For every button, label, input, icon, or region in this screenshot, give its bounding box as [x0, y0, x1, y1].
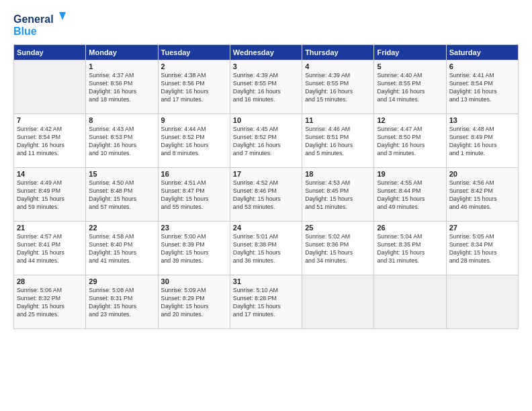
calendar-week-row: 1Sunrise: 4:37 AM Sunset: 8:56 PM Daylig… [14, 60, 519, 114]
day-info: Sunrise: 4:57 AM Sunset: 8:41 PM Dayligh… [17, 233, 83, 265]
day-number: 2 [161, 62, 227, 71]
day-info: Sunrise: 4:37 AM Sunset: 8:56 PM Dayligh… [89, 72, 154, 104]
day-number: 27 [449, 224, 515, 232]
day-info: Sunrise: 5:04 AM Sunset: 8:35 PM Dayligh… [377, 233, 443, 265]
svg-marker-2 [59, 12, 66, 20]
calendar-cell: 5Sunrise: 4:40 AM Sunset: 8:55 PM Daylig… [374, 60, 446, 114]
calendar-cell: 4Sunrise: 4:39 AM Sunset: 8:55 PM Daylig… [302, 60, 374, 114]
calendar-cell: 22Sunrise: 4:58 AM Sunset: 8:40 PM Dayli… [86, 222, 158, 275]
calendar-cell: 10Sunrise: 4:45 AM Sunset: 8:52 PM Dayli… [230, 114, 302, 168]
day-number: 13 [449, 116, 515, 124]
day-info: Sunrise: 4:39 AM Sunset: 8:55 PM Dayligh… [233, 72, 299, 104]
calendar-cell: 19Sunrise: 4:55 AM Sunset: 8:44 PM Dayli… [374, 168, 446, 222]
calendar-cell: 29Sunrise: 5:08 AM Sunset: 8:31 PM Dayli… [86, 275, 158, 329]
day-info: Sunrise: 5:09 AM Sunset: 8:29 PM Dayligh… [161, 287, 227, 319]
calendar-cell: 17Sunrise: 4:52 AM Sunset: 8:46 PM Dayli… [230, 168, 302, 222]
day-number: 7 [17, 116, 83, 124]
day-number: 1 [89, 62, 154, 71]
calendar-cell: 13Sunrise: 4:48 AM Sunset: 8:49 PM Dayli… [446, 114, 518, 168]
day-number: 4 [305, 62, 371, 71]
weekday-header: Friday [374, 45, 446, 60]
calendar-cell: 15Sunrise: 4:50 AM Sunset: 8:48 PM Dayli… [86, 168, 158, 222]
calendar-cell: 11Sunrise: 4:46 AM Sunset: 8:51 PM Dayli… [302, 114, 374, 168]
weekday-header: Thursday [302, 45, 374, 60]
day-number: 24 [233, 224, 299, 232]
weekday-header: Tuesday [158, 45, 230, 60]
day-info: Sunrise: 4:56 AM Sunset: 8:42 PM Dayligh… [449, 179, 515, 212]
day-info: Sunrise: 5:00 AM Sunset: 8:39 PM Dayligh… [161, 233, 227, 265]
day-info: Sunrise: 5:02 AM Sunset: 8:36 PM Dayligh… [305, 233, 371, 265]
calendar-week-row: 14Sunrise: 4:49 AM Sunset: 8:49 PM Dayli… [14, 168, 519, 222]
weekday-header-row: SundayMondayTuesdayWednesdayThursdayFrid… [14, 45, 519, 60]
svg-text:Blue: Blue [13, 26, 37, 37]
calendar-cell: 16Sunrise: 4:51 AM Sunset: 8:47 PM Dayli… [158, 168, 230, 222]
calendar-cell: 24Sunrise: 5:01 AM Sunset: 8:38 PM Dayli… [230, 222, 302, 275]
logo: GeneralBlue [13, 11, 67, 38]
logo-icon: GeneralBlue [13, 11, 67, 38]
calendar-week-row: 28Sunrise: 5:06 AM Sunset: 8:32 PM Dayli… [14, 275, 519, 329]
calendar-cell: 31Sunrise: 5:10 AM Sunset: 8:28 PM Dayli… [230, 275, 302, 329]
day-info: Sunrise: 5:01 AM Sunset: 8:38 PM Dayligh… [233, 233, 299, 265]
calendar-cell: 6Sunrise: 4:41 AM Sunset: 8:54 PM Daylig… [446, 60, 518, 114]
weekday-header: Monday [86, 45, 158, 60]
day-number: 5 [377, 62, 443, 71]
day-number: 31 [233, 277, 299, 285]
calendar-cell: 2Sunrise: 4:38 AM Sunset: 8:56 PM Daylig… [158, 60, 230, 114]
day-info: Sunrise: 4:58 AM Sunset: 8:40 PM Dayligh… [89, 233, 154, 265]
day-info: Sunrise: 4:44 AM Sunset: 8:52 PM Dayligh… [161, 126, 227, 158]
day-info: Sunrise: 4:38 AM Sunset: 8:56 PM Dayligh… [161, 72, 227, 104]
calendar-cell: 1Sunrise: 4:37 AM Sunset: 8:56 PM Daylig… [86, 60, 158, 114]
day-info: Sunrise: 4:55 AM Sunset: 8:44 PM Dayligh… [377, 179, 443, 212]
day-info: Sunrise: 4:43 AM Sunset: 8:53 PM Dayligh… [89, 126, 154, 158]
day-number: 6 [449, 62, 515, 71]
day-number: 11 [305, 116, 371, 124]
day-number: 19 [377, 170, 443, 178]
day-info: Sunrise: 5:10 AM Sunset: 8:28 PM Dayligh… [233, 287, 299, 319]
day-number: 15 [89, 170, 154, 178]
day-info: Sunrise: 4:42 AM Sunset: 8:54 PM Dayligh… [17, 126, 83, 158]
calendar-cell: 26Sunrise: 5:04 AM Sunset: 8:35 PM Dayli… [374, 222, 446, 275]
day-info: Sunrise: 4:46 AM Sunset: 8:51 PM Dayligh… [305, 126, 371, 158]
day-number: 21 [17, 224, 83, 232]
calendar-cell: 30Sunrise: 5:09 AM Sunset: 8:29 PM Dayli… [158, 275, 230, 329]
calendar-cell: 21Sunrise: 4:57 AM Sunset: 8:41 PM Dayli… [14, 222, 86, 275]
calendar-cell [446, 275, 518, 329]
calendar-cell: 7Sunrise: 4:42 AM Sunset: 8:54 PM Daylig… [14, 114, 86, 168]
day-info: Sunrise: 4:51 AM Sunset: 8:47 PM Dayligh… [161, 179, 227, 212]
day-info: Sunrise: 5:05 AM Sunset: 8:34 PM Dayligh… [449, 233, 515, 265]
calendar-cell: 28Sunrise: 5:06 AM Sunset: 8:32 PM Dayli… [14, 275, 86, 329]
weekday-header: Wednesday [230, 45, 302, 60]
calendar-cell: 9Sunrise: 4:44 AM Sunset: 8:52 PM Daylig… [158, 114, 230, 168]
calendar-cell: 12Sunrise: 4:47 AM Sunset: 8:50 PM Dayli… [374, 114, 446, 168]
day-info: Sunrise: 5:06 AM Sunset: 8:32 PM Dayligh… [17, 287, 83, 319]
calendar-cell: 8Sunrise: 4:43 AM Sunset: 8:53 PM Daylig… [86, 114, 158, 168]
calendar-cell [14, 60, 86, 114]
calendar-cell: 23Sunrise: 5:00 AM Sunset: 8:39 PM Dayli… [158, 222, 230, 275]
day-info: Sunrise: 4:47 AM Sunset: 8:50 PM Dayligh… [377, 126, 443, 158]
svg-text:General: General [13, 13, 54, 25]
day-number: 10 [233, 116, 299, 124]
day-info: Sunrise: 4:39 AM Sunset: 8:55 PM Dayligh… [305, 72, 371, 104]
day-info: Sunrise: 4:53 AM Sunset: 8:45 PM Dayligh… [305, 179, 371, 212]
calendar-week-row: 21Sunrise: 4:57 AM Sunset: 8:41 PM Dayli… [14, 222, 519, 275]
day-number: 14 [17, 170, 83, 178]
calendar-cell: 18Sunrise: 4:53 AM Sunset: 8:45 PM Dayli… [302, 168, 374, 222]
day-number: 28 [17, 277, 83, 285]
day-info: Sunrise: 4:52 AM Sunset: 8:46 PM Dayligh… [233, 179, 299, 212]
day-number: 18 [305, 170, 371, 178]
day-number: 29 [89, 277, 154, 285]
weekday-header: Saturday [446, 45, 518, 60]
day-number: 3 [233, 62, 299, 71]
page-header: GeneralBlue [13, 11, 519, 38]
day-number: 23 [161, 224, 227, 232]
day-info: Sunrise: 4:50 AM Sunset: 8:48 PM Dayligh… [89, 179, 154, 212]
day-info: Sunrise: 4:48 AM Sunset: 8:49 PM Dayligh… [449, 126, 515, 158]
day-number: 26 [377, 224, 443, 232]
calendar-cell: 3Sunrise: 4:39 AM Sunset: 8:55 PM Daylig… [230, 60, 302, 114]
day-number: 25 [305, 224, 371, 232]
day-number: 20 [449, 170, 515, 178]
calendar-cell: 27Sunrise: 5:05 AM Sunset: 8:34 PM Dayli… [446, 222, 518, 275]
day-info: Sunrise: 4:41 AM Sunset: 8:54 PM Dayligh… [449, 72, 515, 104]
calendar-cell: 25Sunrise: 5:02 AM Sunset: 8:36 PM Dayli… [302, 222, 374, 275]
day-info: Sunrise: 4:49 AM Sunset: 8:49 PM Dayligh… [17, 179, 83, 212]
